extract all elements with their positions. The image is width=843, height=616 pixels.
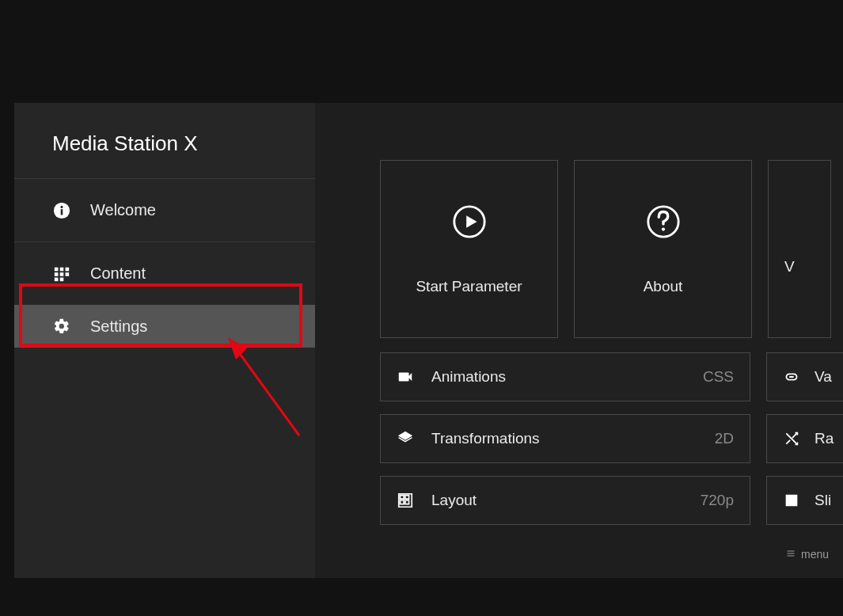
play-circle-icon — [451, 203, 488, 243]
sidebar-item-content[interactable]: Content — [14, 241, 315, 305]
link-icon — [783, 368, 800, 386]
shuffle-icon — [783, 430, 800, 447]
tile-about[interactable]: About — [574, 160, 752, 338]
svg-point-16 — [661, 227, 664, 230]
app-title: Media Station X — [14, 103, 315, 178]
videocam-icon — [397, 368, 417, 386]
setting-label: Layout — [431, 492, 701, 509]
svg-rect-1 — [61, 209, 63, 215]
tile-label: V — [784, 258, 795, 276]
setting-validate-links[interactable]: Va — [766, 352, 843, 401]
setting-label: Va — [815, 368, 832, 386]
app-window: Media Station X Welcome Content Settings — [14, 103, 843, 578]
help-circle-icon — [645, 203, 682, 243]
sidebar-item-label: Settings — [90, 318, 147, 336]
image-icon — [783, 492, 800, 509]
svg-rect-6 — [55, 272, 59, 276]
setting-row: Transformations 2D Ra — [380, 414, 843, 463]
setting-value: CSS — [703, 368, 734, 386]
tile-start-parameter[interactable]: Start Parameter — [380, 160, 558, 338]
menu-icon — [785, 548, 796, 561]
setting-slideshow[interactable]: Sli — [766, 476, 843, 525]
svg-rect-18 — [787, 553, 794, 554]
grid4-icon — [397, 492, 417, 509]
svg-rect-8 — [66, 272, 70, 276]
sidebar-item-label: Content — [90, 264, 146, 283]
setting-layout[interactable]: Layout 720p — [380, 476, 750, 525]
setting-random[interactable]: Ra — [766, 414, 843, 463]
setting-row: Layout 720p Sli — [380, 476, 843, 525]
menu-hint-label: menu — [801, 548, 829, 561]
svg-rect-4 — [60, 267, 64, 271]
gear-icon — [52, 317, 71, 336]
annotation-arrow — [220, 333, 315, 443]
sidebar: Media Station X Welcome Content Settings — [14, 103, 315, 578]
tile-row: Start Parameter About V — [380, 160, 843, 338]
setting-animations[interactable]: Animations CSS — [380, 352, 750, 401]
menu-hint[interactable]: menu — [785, 548, 829, 561]
svg-rect-17 — [787, 551, 794, 552]
setting-value: 720p — [701, 492, 734, 509]
svg-rect-10 — [60, 277, 64, 281]
tile-partial[interactable]: V — [768, 160, 831, 338]
svg-point-2 — [60, 205, 63, 207]
svg-rect-7 — [60, 272, 64, 276]
svg-rect-5 — [66, 267, 70, 271]
setting-label: Sli — [815, 492, 831, 509]
tile-label: About — [644, 278, 683, 295]
setting-value: 2D — [715, 430, 734, 447]
svg-rect-19 — [787, 556, 794, 557]
info-icon — [52, 201, 71, 220]
svg-line-11 — [236, 348, 299, 435]
setting-transformations[interactable]: Transformations 2D — [380, 414, 750, 463]
layers-icon — [397, 430, 417, 447]
main-panel: Start Parameter About V Animations CSS — [315, 103, 843, 578]
svg-marker-14 — [466, 215, 477, 227]
setting-label: Ra — [815, 430, 834, 447]
setting-label: Transformations — [431, 430, 715, 447]
svg-rect-3 — [55, 267, 59, 271]
sidebar-item-settings[interactable]: Settings — [14, 305, 315, 348]
setting-row: Animations CSS Va — [380, 352, 843, 401]
svg-rect-9 — [55, 277, 59, 281]
tile-label: Start Parameter — [416, 278, 522, 295]
sidebar-item-label: Welcome — [90, 201, 156, 219]
setting-label: Animations — [431, 368, 703, 386]
sidebar-item-welcome[interactable]: Welcome — [14, 178, 315, 241]
grid-icon — [52, 264, 71, 283]
